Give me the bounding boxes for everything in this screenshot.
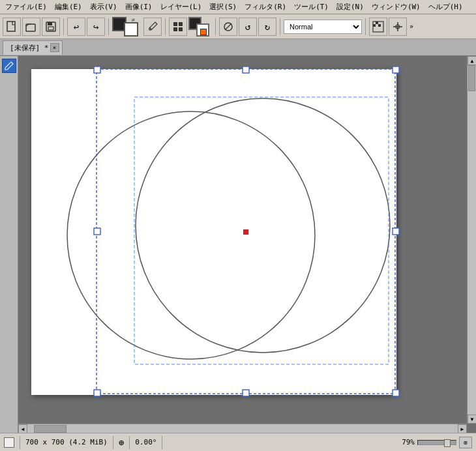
more-tools-button[interactable]: » (408, 23, 415, 30)
scrollbar-vertical[interactable]: ▲ ▼ (467, 56, 476, 424)
rotate-ccw-icon: ↻ (265, 22, 270, 32)
svg-rect-8 (173, 27, 177, 31)
svg-rect-31 (243, 229, 248, 235)
canvas-inner[interactable] (31, 69, 396, 395)
menu-tools[interactable]: ツール(T) (290, 1, 333, 13)
undo-icon: ↩ (74, 22, 79, 32)
svg-rect-28 (94, 390, 100, 396)
redo-icon: ↪ (93, 22, 98, 32)
svg-point-20 (136, 98, 390, 353)
canvas-icon-section (4, 437, 14, 448)
menu-filter[interactable]: フィルタ(R) (241, 1, 290, 13)
open-button[interactable] (22, 18, 40, 36)
separator-2 (108, 18, 109, 35)
svg-point-19 (67, 111, 315, 359)
canvas-svg (31, 69, 396, 395)
canvas-thumbnail-icon (4, 437, 14, 448)
canvas-scroll[interactable] (18, 56, 467, 433)
svg-rect-25 (393, 66, 399, 73)
menu-settings[interactable]: 設定(N) (333, 1, 368, 13)
save-button[interactable] (42, 18, 60, 36)
tab-close-button[interactable]: × (50, 43, 59, 52)
zoom-section: 79% ⊞ (402, 437, 472, 448)
svg-rect-29 (243, 390, 249, 396)
svg-rect-13 (376, 22, 378, 24)
svg-rect-3 (48, 22, 52, 25)
blend-mode-select[interactable]: Normal Dissolve Multiply Screen Overlay (284, 20, 362, 34)
menu-bar: ファイル(E) 編集(E) 表示(V) 画像(I) レイヤー(L) 選択(S) … (0, 0, 476, 14)
new-button[interactable] (3, 18, 21, 36)
canvas-size-label: 700 x 700 (4.2 MiB) (25, 438, 108, 446)
crosshair-section: ⊕ (119, 437, 124, 448)
scrollbar-horizontal[interactable]: ◀ ▶ (18, 424, 467, 433)
undo-button[interactable]: ↩ (67, 18, 85, 36)
separator-4 (215, 18, 216, 35)
svg-rect-30 (393, 390, 399, 396)
svg-rect-7 (179, 22, 183, 26)
scroll-down-button[interactable]: ▼ (468, 415, 476, 424)
status-sep-3 (129, 436, 130, 449)
toolbar: ↩ ↪ ⇄ ↺ ↻ Normal Disso (0, 14, 476, 39)
scroll-track-h (27, 425, 458, 432)
background-color[interactable] (124, 22, 138, 36)
canvas-size-section: 700 x 700 (4.2 MiB) (25, 438, 108, 446)
brush-button[interactable] (143, 18, 162, 36)
rotation-label: 0.00° (135, 438, 156, 446)
color-selector: ⇄ (112, 17, 138, 36)
menu-view[interactable]: 表示(V) (86, 1, 121, 13)
scroll-left-button[interactable]: ◀ (18, 424, 27, 433)
status-bar: 700 x 700 (4.2 MiB) ⊕ 0.00° 79% ⊞ (0, 433, 476, 451)
menu-image[interactable]: 画像(I) (121, 1, 156, 13)
rotate-cw-icon: ↺ (245, 22, 250, 32)
menu-window[interactable]: ウィンドウ(W) (368, 1, 424, 13)
canvas-container: ▲ ▼ ◀ ▶ (18, 56, 476, 433)
color-indicator (188, 17, 209, 36)
status-sep-1 (20, 436, 20, 449)
svg-rect-6 (173, 22, 177, 26)
document-tab[interactable]: [未保存] * × (3, 40, 63, 55)
zoom-fit-button[interactable]: ⊞ (459, 437, 472, 448)
color-swap-icon[interactable]: ⇄ (132, 17, 138, 23)
zoom-label: 79% (402, 438, 415, 446)
crosshair-icon: ⊕ (119, 437, 124, 448)
scroll-right-button[interactable]: ▶ (458, 424, 467, 433)
tab-bar: [未保存] * × (0, 39, 476, 56)
svg-line-11 (225, 23, 231, 30)
menu-help[interactable]: ヘルプ(H) (424, 1, 467, 13)
menu-edit[interactable]: 編集(E) (51, 1, 86, 13)
separator-5 (280, 18, 280, 35)
menu-file[interactable]: ファイル(E) (1, 1, 51, 13)
separator-6 (365, 18, 366, 35)
svg-rect-14 (378, 24, 381, 27)
zoom-thumb[interactable] (444, 439, 451, 447)
separator-3 (165, 18, 166, 35)
svg-rect-21 (134, 97, 389, 364)
zoom-slider[interactable] (417, 440, 456, 445)
scroll-up-button[interactable]: ▲ (468, 56, 476, 65)
tool-pencil[interactable] (2, 59, 16, 73)
status-sep-4 (162, 436, 162, 449)
cross-button[interactable] (389, 18, 407, 36)
menu-layer[interactable]: レイヤー(L) (156, 1, 206, 13)
color-switch-icon[interactable] (200, 29, 207, 35)
tab-title: [未保存] * (10, 44, 49, 52)
svg-rect-26 (94, 228, 100, 235)
scroll-thumb-v[interactable] (468, 65, 475, 91)
separator-1 (63, 18, 64, 35)
checkerboard-button[interactable] (369, 18, 387, 36)
rotate-cw-button[interactable]: ↺ (239, 18, 257, 36)
svg-rect-9 (179, 27, 183, 31)
svg-rect-24 (243, 66, 249, 73)
grid-button[interactable] (169, 18, 187, 36)
redo-button[interactable]: ↪ (87, 18, 105, 36)
rotate-ccw-button[interactable]: ↻ (258, 18, 276, 36)
menu-select[interactable]: 選択(S) (205, 1, 241, 13)
rotation-section: 0.00° (135, 438, 156, 446)
svg-point-5 (149, 27, 152, 30)
status-sep-2 (113, 436, 113, 449)
svg-rect-23 (94, 66, 100, 73)
eraser-button[interactable] (219, 18, 237, 36)
svg-rect-27 (393, 228, 399, 235)
svg-rect-4 (48, 27, 53, 30)
scroll-thumb-h[interactable] (34, 425, 67, 433)
